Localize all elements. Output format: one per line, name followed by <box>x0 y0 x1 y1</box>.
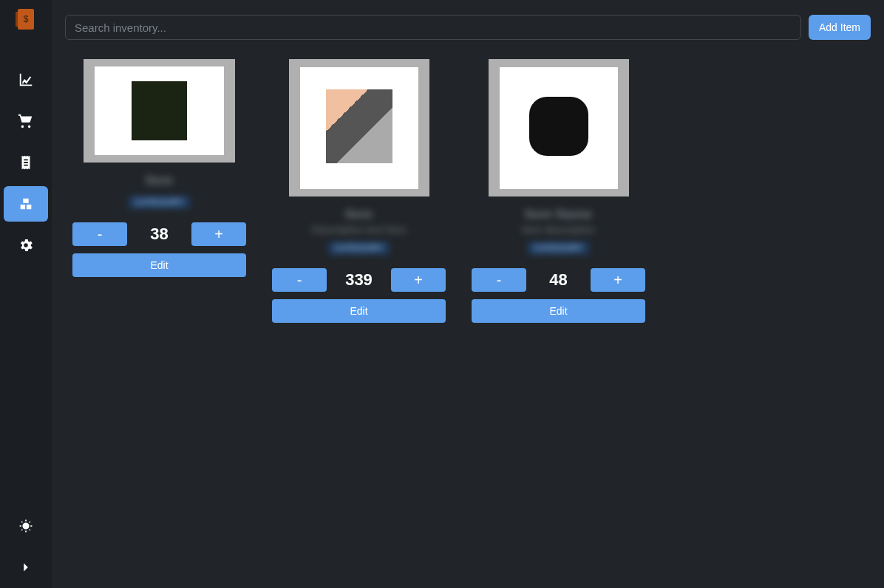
gear-icon <box>18 237 34 253</box>
theme-toggle[interactable] <box>4 508 48 544</box>
quantity-value: 38 <box>150 225 168 244</box>
decrement-button[interactable]: - <box>272 268 327 292</box>
item-subtitle: Item description <box>522 224 595 236</box>
increment-button[interactable]: + <box>391 268 446 292</box>
receipt-icon <box>18 154 34 171</box>
item-category-badge: CATEGORY <box>528 242 588 255</box>
item-thumbnail[interactable] <box>289 59 429 196</box>
search-input[interactable] <box>65 15 801 40</box>
item-category-badge: CATEGORY <box>129 196 189 209</box>
nav-cart[interactable] <box>4 103 48 139</box>
nav-analytics[interactable] <box>4 62 48 98</box>
sidebar: $ <box>0 0 52 588</box>
sun-icon <box>18 518 34 534</box>
boxes-icon <box>18 196 34 212</box>
add-item-button[interactable]: Add Item <box>809 15 871 40</box>
app-root: $ Add Item <box>0 0 884 588</box>
item-category-badge: CATEGORY <box>328 242 389 255</box>
quantity-stepper: - 48 + <box>472 268 645 292</box>
inventory-card: Item Description text here CATEGORY - 33… <box>272 59 446 323</box>
item-subtitle: Description text here <box>311 224 406 236</box>
app-logo: $ <box>18 9 34 30</box>
item-title: Item Name <box>525 207 592 222</box>
quantity-value: 48 <box>549 270 567 290</box>
inventory-grid: Item CATEGORY - 38 + Edit Item Descripti… <box>65 59 871 323</box>
increment-button[interactable]: + <box>191 222 246 246</box>
decrement-button[interactable]: - <box>72 222 127 246</box>
edit-button[interactable]: Edit <box>272 299 446 323</box>
nav-inventory[interactable] <box>4 186 48 222</box>
sidebar-expand[interactable] <box>4 550 48 585</box>
quantity-stepper: - 339 + <box>272 268 446 292</box>
topbar: Add Item <box>65 15 871 40</box>
item-thumbnail[interactable] <box>489 59 629 196</box>
item-title: Item <box>345 207 373 222</box>
edit-button[interactable]: Edit <box>72 253 246 277</box>
decrement-button[interactable]: - <box>472 268 526 292</box>
increment-button[interactable]: + <box>591 268 645 292</box>
quantity-stepper: - 38 + <box>72 222 246 246</box>
chevron-right-icon <box>18 559 34 575</box>
nav-receipt[interactable] <box>4 145 48 180</box>
inventory-card: Item CATEGORY - 38 + Edit <box>72 59 246 323</box>
nav-settings[interactable] <box>4 228 48 263</box>
main-content: Add Item Item CATEGORY - 38 + Edit <box>52 0 884 588</box>
cart-icon <box>18 113 34 129</box>
item-thumbnail[interactable] <box>84 59 235 163</box>
edit-button[interactable]: Edit <box>472 299 645 323</box>
item-title: Item <box>146 173 173 188</box>
inventory-card: Item Name Item description CATEGORY - 48… <box>472 59 645 323</box>
quantity-value: 339 <box>345 270 373 290</box>
chart-line-icon <box>18 72 34 88</box>
